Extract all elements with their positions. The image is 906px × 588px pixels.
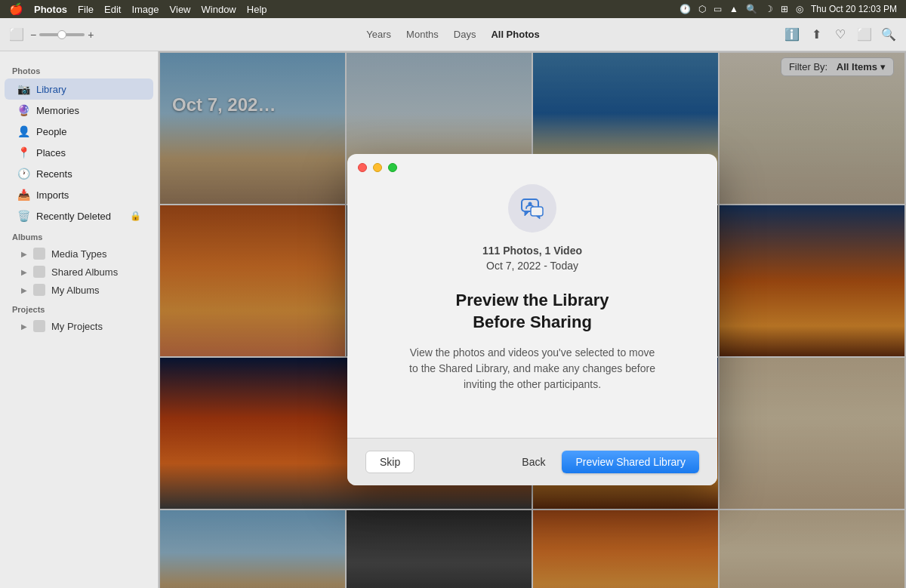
menubar-datetime: Thu Oct 20 12:03 PM	[811, 4, 897, 14]
sidebar-section-albums: Albums	[0, 226, 158, 245]
preview-library-dialog: 111 Photos, 1 Video Oct 7, 2022 - Today …	[347, 154, 717, 485]
fullscreen-icon[interactable]: ⬜	[856, 26, 873, 43]
close-button[interactable]	[358, 163, 367, 172]
sidebar-label-imports: Imports	[36, 189, 69, 201]
sidebar-item-media-types[interactable]: ▶ Media Types	[0, 245, 158, 263]
recents-icon: 🕐	[17, 167, 30, 180]
view-days[interactable]: Days	[454, 29, 476, 40]
menubar-time-machine: 🕐	[680, 4, 691, 14]
dialog-title-line1: Preview the Library	[456, 291, 609, 309]
app-window: ⬜ − + Years Months Days All Photos ℹ️ ⬆ …	[0, 18, 906, 588]
menubar-left: 🍎 Photos File Edit Image View Window Hel…	[9, 2, 267, 16]
minimize-button[interactable]	[373, 163, 382, 172]
menubar-moon: ☽	[765, 4, 773, 14]
zoom-out-button[interactable]: −	[30, 29, 36, 41]
dialog-title-line2: Before Sharing	[473, 312, 592, 331]
zoom-slider-group: − +	[30, 29, 94, 41]
dialog-description: View the photos and videos you've select…	[404, 345, 661, 393]
svg-rect-2	[531, 207, 543, 216]
view-years[interactable]: Years	[366, 29, 391, 40]
view-months[interactable]: Months	[406, 29, 439, 40]
zoom-slider-thumb	[57, 30, 66, 39]
photos-toolbar: ⬜ − + Years Months Days All Photos ℹ️ ⬆ …	[0, 18, 906, 51]
toolbar-right: ℹ️ ⬆ ♡ ⬜ 🔍	[784, 26, 897, 43]
sidebar-label-recently-deleted: Recently Deleted	[36, 211, 111, 222]
window-controls	[358, 163, 397, 172]
sidebar-label-media-types: Media Types	[51, 248, 106, 260]
dialog-date-range: Oct 7, 2022 - Today	[486, 260, 578, 272]
view-all-photos[interactable]: All Photos	[491, 29, 539, 40]
photos-count: 111 Photos, 1 Video	[482, 245, 582, 257]
info-icon[interactable]: ℹ️	[784, 26, 800, 43]
menubar-battery: ▭	[713, 4, 722, 14]
sidebar-label-people: People	[36, 126, 66, 137]
dialog-footer: Skip Back Preview Shared Library	[347, 438, 717, 485]
sidebar-item-memories[interactable]: 🔮 Memories	[5, 100, 153, 121]
menu-view[interactable]: View	[170, 4, 191, 15]
sidebar-item-my-albums[interactable]: ▶ My Albums	[0, 281, 158, 299]
zoom-slider[interactable]	[39, 33, 85, 36]
sidebar-label-recents: Recents	[36, 168, 72, 180]
menubar-wifi: ▲	[729, 4, 738, 14]
app-content: Photos 📷 Library 🔮 Memories 👤 People 📍 P…	[0, 51, 906, 588]
sidebar-item-my-projects[interactable]: ▶ My Projects	[0, 317, 158, 335]
sidebar-item-library[interactable]: 📷 Library	[5, 79, 153, 100]
sidebar-label-places: Places	[36, 147, 66, 159]
media-types-icon	[33, 248, 45, 260]
maximize-button[interactable]	[388, 163, 397, 172]
expand-icon-2: ▶	[21, 268, 27, 276]
dialog-overlay: 111 Photos, 1 Video Oct 7, 2022 - Today …	[159, 51, 906, 588]
sidebar-item-imports[interactable]: 📥 Imports	[5, 184, 153, 205]
search-icon[interactable]: 🔍	[880, 26, 897, 43]
back-button[interactable]: Back	[514, 451, 553, 473]
menubar: 🍎 Photos File Edit Image View Window Hel…	[0, 0, 906, 18]
expand-icon-4: ▶	[21, 322, 27, 331]
sidebar-toggle-icon[interactable]: ⬜	[9, 27, 24, 42]
btn-group-right: Back Preview Shared Library	[514, 451, 699, 473]
sidebar-item-people[interactable]: 👤 People	[5, 121, 153, 142]
sidebar-item-places[interactable]: 📍 Places	[5, 142, 153, 163]
places-icon: 📍	[17, 146, 30, 159]
sidebar-section-projects: Projects	[0, 299, 158, 317]
share-icon[interactable]: ⬆	[808, 26, 824, 43]
menubar-bluetooth: ⬡	[698, 4, 706, 14]
library-icon: 📷	[17, 82, 30, 96]
menubar-search[interactable]: 🔍	[746, 4, 757, 14]
zoom-in-button[interactable]: +	[88, 29, 94, 41]
sidebar-item-recents[interactable]: 🕐 Recents	[5, 163, 153, 184]
apple-menu[interactable]: 🍎	[9, 2, 23, 16]
menubar-right: 🕐 ⬡ ▭ ▲ 🔍 ☽ ⊞ ◎ Thu Oct 20 12:03 PM	[680, 4, 897, 14]
memories-icon: 🔮	[17, 103, 30, 117]
dialog-icon-container	[508, 184, 556, 232]
toolbar-view-modes: Years Months Days All Photos	[366, 29, 539, 40]
dialog-content: 111 Photos, 1 Video Oct 7, 2022 - Today …	[347, 154, 717, 438]
sidebar-item-recently-deleted[interactable]: 🗑️ Recently Deleted 🔒	[5, 205, 153, 226]
my-albums-icon	[33, 284, 45, 296]
menubar-siri[interactable]: ◎	[796, 4, 803, 14]
preview-shared-library-button[interactable]: Preview Shared Library	[562, 451, 699, 473]
expand-icon-3: ▶	[21, 286, 27, 294]
sidebar-item-shared-albums[interactable]: ▶ Shared Albums	[0, 263, 158, 281]
favorite-icon[interactable]: ♡	[832, 26, 849, 43]
expand-icon: ▶	[21, 250, 27, 258]
menu-help[interactable]: Help	[247, 4, 267, 15]
menu-image[interactable]: Image	[131, 4, 159, 15]
shared-albums-icon	[33, 266, 45, 278]
menu-file[interactable]: File	[78, 4, 94, 15]
main-photo-area: Filter By: All Items ▾ Oct 7, 202…	[159, 51, 906, 588]
people-icon: 👤	[17, 125, 30, 138]
menubar-controlcenter[interactable]: ⊞	[781, 4, 788, 14]
menu-window[interactable]: Window	[202, 4, 236, 15]
sidebar-label-library: Library	[36, 84, 66, 95]
app-name[interactable]: Photos	[34, 4, 67, 15]
sidebar-label-memories: Memories	[36, 105, 79, 116]
dialog-title: Preview the Library Before Sharing	[456, 290, 609, 333]
my-projects-icon	[33, 320, 45, 332]
sidebar-section-photos: Photos	[0, 60, 158, 79]
deleted-icon: 🗑️	[17, 209, 30, 223]
sidebar-label-my-albums: My Albums	[51, 285, 100, 296]
imports-icon: 📥	[17, 188, 30, 202]
dialog-meta-count: 111 Photos, 1 Video	[482, 245, 582, 257]
skip-button[interactable]: Skip	[365, 451, 414, 473]
menu-edit[interactable]: Edit	[104, 4, 121, 15]
